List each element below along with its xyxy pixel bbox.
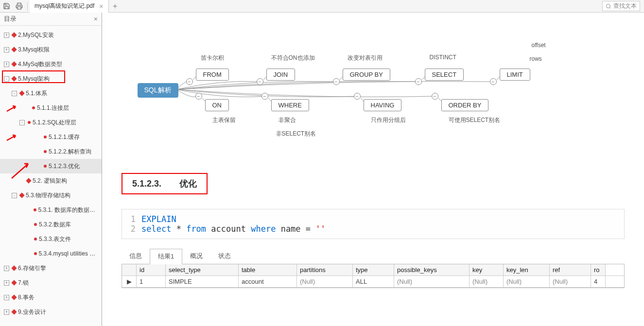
tab-title: mysql高级知识笔记.pdf <box>35 2 94 10</box>
grid-header[interactable]: possible_keys <box>394 264 470 275</box>
pdf-page: SQL解析 FROM笛卡尔积−JOIN不符合ON也添加−GROUP BY改变对表… <box>102 13 644 326</box>
cell-rows: 4 <box>591 276 606 287</box>
expand-icon[interactable]: + <box>4 33 9 38</box>
search-placeholder: 查找文本 <box>613 2 637 10</box>
outline-sidebar: 目录 × +2.MySQL安装+3.Mysql权限+4.MySql数据类型-5.… <box>0 13 102 326</box>
result-tab[interactable]: 状态 <box>210 249 239 264</box>
result-tabs: 信息结果1概况状态 <box>122 249 625 264</box>
toc-label: 9.业务设计 <box>18 308 46 316</box>
grid-header-marker <box>122 264 137 275</box>
sidebar-close-icon[interactable]: × <box>94 15 98 23</box>
toc-item[interactable]: 5.2. 逻辑架构 <box>0 173 102 188</box>
collapse-icon[interactable]: - <box>12 193 17 198</box>
toc-item[interactable]: +3.Mysql权限 <box>0 42 102 57</box>
toc-item[interactable]: 5.3.1. 数据库的数据库（D <box>0 203 102 217</box>
toc-item[interactable]: 5.3.2.数据库 <box>0 217 102 232</box>
toc-item[interactable]: -5.3.物理存储结构 <box>0 188 102 203</box>
toolbar-right: 查找文本 <box>602 1 644 11</box>
collapse-icon[interactable]: - <box>19 120 25 125</box>
toc-label: 5.2. 逻辑架构 <box>33 177 67 185</box>
add-tab-button[interactable]: + <box>109 2 122 11</box>
mindmap-node: WHERE <box>271 99 309 111</box>
toolbar-separator <box>27 2 28 11</box>
code-line-1: 1 EXPLAIN <box>127 214 619 224</box>
cell-id: 1 <box>137 276 166 287</box>
result-tab[interactable]: 结果1 <box>150 249 182 264</box>
diamond-icon <box>11 294 17 300</box>
bullet-icon <box>32 106 35 109</box>
toc-label: 7.锁 <box>18 279 29 287</box>
svg-point-1 <box>607 4 610 8</box>
toc-item[interactable]: 5.1.2.2.解析查询 <box>0 144 102 159</box>
toc-item[interactable]: -5.1.体系 <box>0 86 102 101</box>
line-number: 2 <box>127 224 141 234</box>
expand-icon[interactable]: + <box>4 266 9 271</box>
toc-list[interactable]: +2.MySQL安装+3.Mysql权限+4.MySql数据类型-5.Mysql… <box>0 26 102 326</box>
toc-item[interactable]: 5.1.2.3.优化 <box>0 159 102 173</box>
toc-item[interactable]: +9.业务设计 <box>0 305 102 319</box>
toc-item[interactable]: -5.Mysql架构 <box>0 71 102 86</box>
grid-header[interactable]: table <box>239 264 297 275</box>
toc-item[interactable]: 5.1.2.1.缓存 <box>0 130 102 144</box>
toc-item[interactable]: +2.MySQL安装 <box>0 28 102 42</box>
search-input[interactable]: 查找文本 <box>602 1 640 11</box>
grid-header[interactable]: select_type <box>166 264 239 275</box>
toc-item[interactable]: 5.3.4.mysql utilities 安装 <box>0 246 102 261</box>
mindmap-connector-icon: − <box>490 78 497 85</box>
result-tab[interactable]: 概况 <box>182 249 210 264</box>
expand-icon[interactable]: + <box>4 295 9 300</box>
print-icon[interactable] <box>14 1 24 12</box>
toc-label: 5.3.1. 数据库的数据库（D <box>38 206 100 214</box>
toc-item[interactable]: +4.MySql数据类型 <box>0 57 102 71</box>
toc-label: 8.事务 <box>18 293 35 302</box>
diamond-icon <box>26 178 31 183</box>
expand-icon[interactable]: + <box>4 309 9 315</box>
mindmap-node: HAVING <box>364 99 402 111</box>
expand-icon[interactable]: + <box>4 62 9 67</box>
collapse-icon[interactable]: - <box>4 76 9 82</box>
toc-item[interactable]: 5.3.3.表文件 <box>0 232 102 246</box>
diamond-icon <box>11 309 17 314</box>
grid-header[interactable]: partitions <box>297 264 353 275</box>
grid-header[interactable]: key <box>470 264 504 275</box>
mindmap-connector-icon: − <box>257 78 263 85</box>
bullet-icon <box>28 121 31 124</box>
collapse-icon[interactable]: - <box>12 91 17 96</box>
expand-icon[interactable]: + <box>4 280 9 286</box>
grid-header[interactable]: key_len <box>504 264 550 275</box>
section-title: 优化 <box>179 179 197 189</box>
content-area[interactable]: SQL解析 FROM笛卡尔积−JOIN不符合ON也添加−GROUP BY改变对表… <box>102 13 644 326</box>
toc-item[interactable]: +7.锁 <box>0 275 102 290</box>
mindmap-node: FROM <box>196 69 229 81</box>
toc-item[interactable]: 5.1.1.连接层 <box>0 101 102 115</box>
app-toolbar: mysql高级知识笔记.pdf × + 查找文本 <box>0 0 644 13</box>
grid-header[interactable]: type <box>353 264 394 275</box>
grid-header[interactable]: ref <box>550 264 591 275</box>
mindmap-annotation: 改变对表引用 <box>348 54 383 62</box>
grid-data-row[interactable]: ▶ 1 SIMPLE account (Null) ALL (Null) (Nu… <box>122 276 624 288</box>
close-icon[interactable]: × <box>99 2 103 10</box>
toc-item[interactable]: -5.1.2.SQL处理层 <box>0 115 102 130</box>
svg-rect-0 <box>17 7 21 9</box>
grid-header[interactable]: id <box>137 264 166 275</box>
mindmap-node: JOIN <box>266 69 296 81</box>
sql-parse-mindmap: SQL解析 FROM笛卡尔积−JOIN不符合ON也添加−GROUP BY改变对表… <box>130 17 616 144</box>
file-tab[interactable]: mysql高级知识笔记.pdf × <box>30 0 109 13</box>
mindmap-annotation: rows <box>530 55 542 62</box>
diamond-icon <box>11 280 17 285</box>
result-tab[interactable]: 信息 <box>122 249 150 264</box>
svg-line-2 <box>609 7 610 8</box>
save-icon[interactable] <box>1 1 12 12</box>
diamond-icon <box>11 32 17 37</box>
grid-header[interactable]: ro <box>591 264 606 275</box>
mindmap-annotation: 不符合ON也添加 <box>271 54 315 62</box>
expand-icon[interactable]: + <box>4 47 9 52</box>
toc-label: 5.3.物理存储结构 <box>26 191 70 200</box>
mindmap-annotation: 只作用分组后 <box>371 116 406 124</box>
toc-item[interactable]: +8.事务 <box>0 290 102 305</box>
toc-item[interactable]: +6.存储引擎 <box>0 261 102 275</box>
cell-possible-keys: (Null) <box>394 276 470 287</box>
diamond-icon <box>19 192 24 198</box>
mindmap-node: LIMIT <box>500 69 530 81</box>
bullet-icon <box>34 252 37 255</box>
